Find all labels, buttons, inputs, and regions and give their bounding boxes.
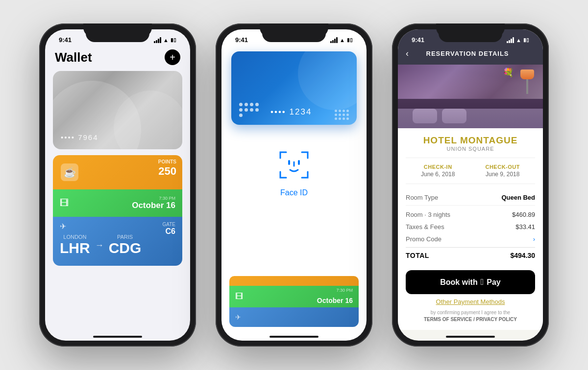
taxes-label: Taxes & Fees xyxy=(406,223,444,231)
pay-screen: 9:41 ▲ ▮▯ xyxy=(221,29,367,341)
ticket-stack: ☕ POINTS 250 🎞 7:30 PM October 16 ✈ xyxy=(53,155,182,266)
pay-bottom-cards: 🎞 7:30 PM October 16 ✈ xyxy=(229,276,359,327)
ticket-date-green: October 16 xyxy=(132,201,175,210)
apple-pay-button[interactable]: Book with  Pay xyxy=(406,270,535,294)
room-type-label: Room Type xyxy=(406,194,438,201)
other-payment-link[interactable]: Other Payment Methods xyxy=(406,298,535,305)
face-id-label: Face ID xyxy=(280,188,308,197)
wifi-icon-3: ▲ xyxy=(516,37,521,43)
promo-row[interactable]: Promo Code › xyxy=(406,233,535,245)
price-section: Room · 3 nights $460.89 Taxes & Fees $33… xyxy=(406,208,535,263)
main-card[interactable]: •••• 7964 xyxy=(53,71,182,149)
mini-film-icon: 🎞 xyxy=(235,292,243,301)
wallet-title: Wallet xyxy=(55,50,92,65)
promo-arrow: › xyxy=(533,235,535,243)
phone-pay: 9:41 ▲ ▮▯ xyxy=(216,23,372,347)
card-number-1: •••• 7964 xyxy=(61,133,98,141)
total-label: TOTAL xyxy=(406,252,429,259)
terms-line1: by confirming payment I agree to the xyxy=(431,310,510,315)
total-value: $494.30 xyxy=(510,252,535,259)
battery-icon-3: ▮▯ xyxy=(523,37,529,43)
check-dates-row: CHECK-IN June 6, 2018 CHECK-OUT June 9, … xyxy=(406,158,535,184)
apple-logo-icon:  xyxy=(481,277,484,287)
terms-text: by confirming payment I agree to the TER… xyxy=(406,309,535,323)
status-icons-2: ▲ ▮▯ xyxy=(330,37,353,43)
origin-code: LHR xyxy=(60,240,90,256)
home-indicator-3 xyxy=(446,336,495,338)
checkout-col: CHECK-OUT June 9, 2018 xyxy=(485,164,520,178)
plane-icon: ✈ xyxy=(60,222,66,231)
pay-card-area: •••• 1234 xyxy=(221,46,367,133)
checkout-date: June 9, 2018 xyxy=(485,171,520,178)
wallet-add-button[interactable]: + xyxy=(165,49,180,65)
blanket xyxy=(398,109,543,128)
room-charge-label: Room · 3 nights xyxy=(406,211,450,218)
wallet-header: Wallet + xyxy=(45,46,190,71)
time-3: 9:41 xyxy=(412,36,424,44)
gate-info: GATE C6 xyxy=(163,222,175,236)
hotel-info-card: HOTEL MONTAGUE UNION SQUARE CHECK-IN Jun… xyxy=(398,128,543,330)
hotel-header: ‹ RESERVATION DETAILS xyxy=(398,46,543,65)
gate-label: GATE xyxy=(163,222,175,227)
room-charge-row: Room · 3 nights $460.89 xyxy=(406,208,535,221)
taxes-value: $33.41 xyxy=(515,223,535,231)
time-1: 9:41 xyxy=(59,36,72,44)
mini-plane-icon: ✈ xyxy=(235,313,241,321)
signal-bars-2 xyxy=(330,37,338,43)
cards-container: •••• 7964 ☕ POINTS 250 🎞 7:30 PM October… xyxy=(45,71,190,266)
origin-col: LONDON LHR xyxy=(60,234,90,256)
checkin-date: June 6, 2018 xyxy=(421,171,455,178)
film-icon: 🎞 xyxy=(60,198,69,208)
checkout-label: CHECK-OUT xyxy=(485,164,520,170)
status-icons-3: ▲ ▮▯ xyxy=(507,37,529,43)
phone-hotel: 9:41 ▲ ▮▯ ‹ RESERVATION DETAILS 💐 xyxy=(392,23,549,347)
mini-date: October 16 xyxy=(317,297,353,304)
svg-rect-1 xyxy=(298,160,300,165)
face-id-area: Face ID xyxy=(221,133,367,207)
ticket-time: 7:30 PM October 16 xyxy=(132,196,175,210)
dest-code: CDG xyxy=(109,240,142,256)
promo-label: Promo Code xyxy=(406,235,441,243)
time-2: 9:41 xyxy=(235,36,248,44)
back-button[interactable]: ‹ xyxy=(406,48,409,59)
svg-rect-0 xyxy=(288,160,290,165)
pay-card-grid xyxy=(335,110,349,120)
pay-card[interactable]: •••• 1234 xyxy=(231,51,357,125)
dest-col: PARIS CDG xyxy=(109,234,142,256)
notch-1 xyxy=(86,29,149,42)
mini-orange-card xyxy=(229,276,359,286)
flight-route: LONDON LHR → PARIS CDG xyxy=(60,234,175,256)
signal-bars-1 xyxy=(154,37,161,43)
pay-card-number: •••• 1234 xyxy=(270,107,312,117)
wifi-icon-2: ▲ xyxy=(340,37,345,43)
checkin-label: CHECK-IN xyxy=(421,164,455,170)
pay-button-label: Book with xyxy=(440,278,477,287)
signal-bars-3 xyxy=(507,37,514,43)
hotel-name: HOTEL MONTAGUE xyxy=(406,135,535,146)
taxes-row: Taxes & Fees $33.41 xyxy=(406,221,535,233)
boarding-pass[interactable]: ✈ GATE C6 LONDON LHR → PARIS xyxy=(53,217,182,266)
face-id-icon xyxy=(276,147,312,183)
flower-decoration: 💐 xyxy=(503,67,514,78)
route-arrow: → xyxy=(95,240,104,251)
terms-line2: TERMS OF SERVICE / PRIVACY POLICY xyxy=(424,317,517,322)
card-dots xyxy=(239,103,259,117)
wifi-icon-1: ▲ xyxy=(163,37,169,43)
points-label: POINTS xyxy=(158,159,176,164)
reservation-header-title: RESERVATION DETAILS xyxy=(413,50,522,57)
hotel-screen: 9:41 ▲ ▮▯ ‹ RESERVATION DETAILS 💐 xyxy=(398,29,543,341)
mini-time: 7:30 PM xyxy=(336,288,353,293)
movie-ticket[interactable]: 🎞 7:30 PM October 16 xyxy=(53,189,182,217)
points-value: 250 xyxy=(158,165,176,178)
loyalty-card[interactable]: ☕ POINTS 250 xyxy=(53,155,182,189)
dest-city: PARIS xyxy=(109,234,142,240)
flight-info-top: ✈ GATE C6 xyxy=(60,222,175,231)
checkin-col: CHECK-IN June 6, 2018 xyxy=(421,164,455,178)
room-type-row: Room Type Queen Bed xyxy=(406,190,535,206)
home-indicator-1 xyxy=(93,336,142,338)
cup-icon: ☕ xyxy=(61,163,78,181)
gate-value: C6 xyxy=(163,227,175,236)
pay-button-suffix: Pay xyxy=(487,278,500,287)
mini-green-card: 🎞 7:30 PM October 16 xyxy=(229,286,359,307)
bed-shape xyxy=(398,99,543,128)
